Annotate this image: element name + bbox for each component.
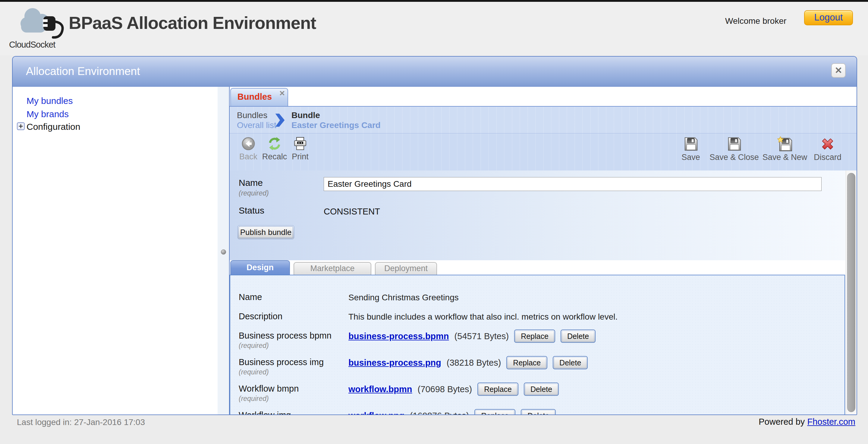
last-login-text: Last logged in: 27-Jan-2016 17:03 (17, 417, 145, 427)
row-label: Business process bpmn (239, 331, 332, 341)
tab-bundles-label: Bundles (231, 89, 278, 105)
row-required-hint: (required) (239, 394, 269, 403)
row-label: Workflow bmpn (239, 384, 299, 394)
design-package-panel: Name Sending Christmas Greetings Descrip… (230, 275, 845, 414)
replace-button[interactable]: Replace (514, 329, 555, 343)
delete-button[interactable]: Delete (521, 409, 556, 414)
scrollbar-thumb[interactable] (847, 173, 855, 412)
fhoster-link[interactable]: Fhoster.com (807, 417, 855, 426)
sidebar-item-my-bundles[interactable]: My bundles (27, 96, 73, 106)
delete-button[interactable]: Delete (561, 329, 595, 343)
delete-button[interactable]: Delete (524, 383, 559, 396)
row-label: Description (239, 312, 282, 321)
status-label: Status (239, 205, 264, 216)
save-close-label: Save & Close (710, 153, 759, 162)
allocation-environment-window: Allocation Environment ✕ My bundles My b… (12, 56, 857, 415)
toolbar: Back Recalc (230, 133, 857, 170)
tab-deployment[interactable]: Deployment (375, 262, 437, 275)
logout-button[interactable]: Logout (804, 10, 853, 25)
row-required-hint: (required) (239, 368, 269, 376)
file-link[interactable]: workflow.png (348, 411, 404, 415)
breadcrumb: Bundles Overall list Bundle Easter Greet… (230, 106, 857, 133)
row-value: This bundle includes a workflow that als… (348, 312, 618, 322)
scroll-content: Name (required) Status CONSISTENT Publis… (230, 170, 845, 414)
back-icon (241, 136, 255, 151)
save-new-label: Save & New (762, 153, 808, 162)
publish-bundle-button[interactable]: Publish bundle (238, 225, 294, 239)
replace-button[interactable]: Replace (474, 409, 516, 414)
file-size: (169876 Bytes) (410, 411, 469, 415)
panel-splitter (218, 87, 229, 414)
bundle-form: Name (required) Status CONSISTENT Publis… (230, 170, 845, 260)
sidebar-item-configuration[interactable]: Configuration (27, 122, 80, 132)
row-required-hint: (required) (239, 342, 269, 350)
powered-by: Powered by Fhoster.com (758, 417, 855, 427)
breadcrumb-level1: Bundles Overall list (237, 110, 276, 130)
tab-close-icon[interactable]: ✕ (279, 89, 285, 98)
back-label: Back (236, 152, 261, 161)
sidebar-item-my-brands[interactable]: My brands (27, 109, 69, 119)
bundle-name-input[interactable] (324, 177, 822, 191)
app-title: BPaaS Allocation Environment (69, 13, 316, 33)
file-link[interactable]: workflow.bpmn (348, 384, 412, 394)
breadcrumb-level2-current[interactable]: Easter Greetings Card (291, 121, 381, 130)
file-size: (70698 Bytes) (418, 384, 472, 394)
tab-marketplace-metadata[interactable]: Marketplace metadata (293, 262, 371, 275)
save-close-button[interactable]: Save & Close (710, 136, 759, 162)
save-new-button[interactable]: Save & New (762, 136, 808, 162)
expand-plus-icon[interactable] (17, 122, 25, 130)
row-label: Name (239, 292, 262, 302)
detail-tabs: Design package Marketplace metadata Depl… (230, 260, 845, 275)
replace-button[interactable]: Replace (477, 383, 518, 396)
window-close-button[interactable]: ✕ (831, 63, 846, 78)
delete-button[interactable]: Delete (553, 356, 588, 369)
print-label: Print (288, 152, 312, 161)
file-link[interactable]: business-process.png (348, 358, 441, 368)
breadcrumb-level1-title: Bundles (237, 110, 276, 121)
save-label: Save (675, 153, 707, 162)
app-header: CloudSocket BPaaS Allocation Environment… (0, 2, 868, 56)
splitter-handle[interactable] (221, 249, 226, 255)
vertical-scrollbar (846, 170, 857, 414)
status-value: CONSISTENT (324, 207, 380, 217)
replace-button[interactable]: Replace (506, 356, 547, 369)
tab-bundles[interactable]: Bundles ✕ (230, 88, 288, 106)
file-size: (38218 Bytes) (447, 358, 501, 368)
cloudsocket-logo-icon (17, 5, 68, 40)
row-value: Sending Christmas Greetings (348, 293, 459, 303)
powered-by-text: Powered by (758, 417, 805, 426)
save-new-icon (777, 136, 793, 152)
print-icon (293, 136, 307, 151)
breadcrumb-level2: Bundle Easter Greetings Card (291, 110, 381, 130)
window-body: My bundles My brands Configuration Bundl… (13, 87, 857, 414)
tab-design-package[interactable]: Design package (230, 260, 290, 275)
recalc-button[interactable]: Recalc (261, 136, 288, 161)
print-button[interactable]: Print (288, 136, 312, 161)
save-icon (683, 136, 699, 152)
file-link[interactable]: business-process.bpmn (348, 331, 449, 341)
save-button[interactable]: Save (675, 136, 707, 162)
main-area: Bundles ✕ Bundles Overall list Bundle Ea… (229, 87, 857, 414)
discard-label: Discard (811, 153, 844, 162)
close-icon: ✕ (835, 65, 842, 75)
sidebar: My bundles My brands Configuration (13, 87, 218, 414)
recalc-label: Recalc (261, 152, 288, 161)
recalc-icon (267, 136, 282, 151)
logo-caption: CloudSocket (9, 40, 79, 50)
window-titlebar: Allocation Environment ✕ (13, 57, 857, 87)
welcome-text: Welcome broker (725, 16, 786, 26)
document-tab-row: Bundles ✕ (230, 87, 857, 106)
breadcrumb-level2-title: Bundle (291, 110, 381, 121)
chevron-right-icon (275, 113, 285, 127)
row-label: Workflow img (239, 410, 291, 414)
discard-icon (820, 136, 835, 152)
name-field-label: Name (239, 178, 263, 188)
discard-button[interactable]: Discard (811, 136, 844, 162)
save-close-icon (726, 136, 742, 152)
window-title: Allocation Environment (26, 57, 140, 86)
name-required-hint: (required) (239, 189, 269, 197)
row-label: Business process img (239, 357, 324, 367)
back-button[interactable]: Back (236, 136, 261, 161)
file-size: (54571 Bytes) (455, 331, 509, 341)
breadcrumb-level1-link[interactable]: Overall list (237, 121, 276, 130)
